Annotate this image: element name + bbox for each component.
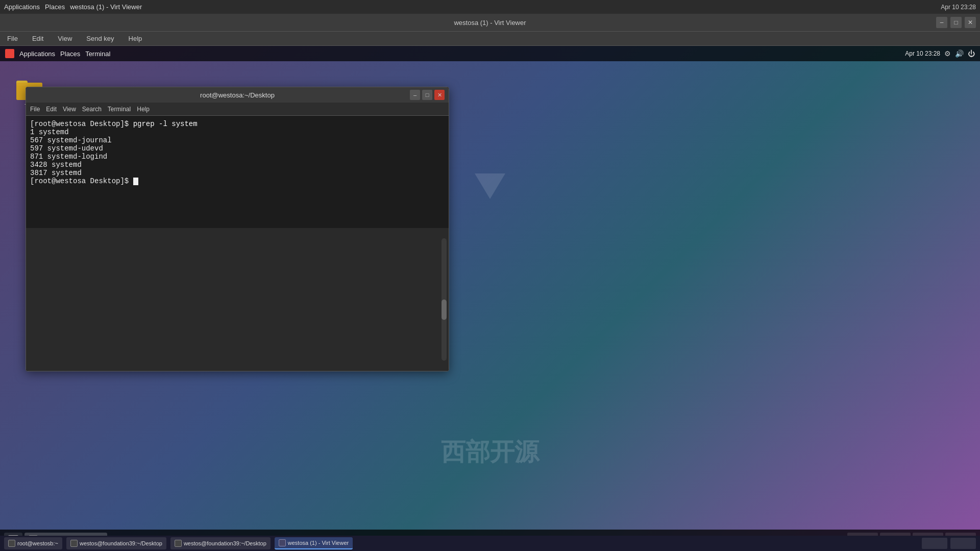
terminal-edit-menu[interactable]: Edit xyxy=(46,106,57,113)
terminal-maximize-button[interactable]: □ xyxy=(422,90,432,100)
terminal-window-controls: – □ ✕ xyxy=(410,90,445,100)
terminal-body[interactable]: [root@westosa Desktop]$ pgrep -l system … xyxy=(26,116,449,228)
terminal-window: root@westosa:~/Desktop – □ ✕ File Edit V… xyxy=(26,87,449,371)
host-taskbar: root@westosb:~ westos@foundation39:~/Des… xyxy=(0,536,980,551)
vm-places-menu[interactable]: Places xyxy=(60,50,80,58)
window-controls: – □ ✕ xyxy=(936,17,976,28)
host-taskbar-btn-2[interactable]: westos@foundation39:~/Desktop xyxy=(66,537,166,549)
terminal-line-1: [root@westosa Desktop]$ pgrep -l system xyxy=(30,120,445,128)
vm-panel-left: Applications Places Terminal xyxy=(5,49,110,58)
terminal-search-menu[interactable]: Search xyxy=(82,106,102,113)
terminal-line-5: 871 systemd-logind xyxy=(30,153,445,161)
terminal-scrollbar[interactable] xyxy=(442,238,447,361)
terminal-line-6: 3428 systemd xyxy=(30,161,445,169)
vm-panel: Applications Places Terminal Apr 10 23:2… xyxy=(0,46,980,61)
send-key-menu[interactable]: Send key xyxy=(83,34,117,43)
vm-panel-datetime: Apr 10 23:28 xyxy=(905,50,940,57)
vm-desktop: Applications Places Terminal Apr 10 23:2… xyxy=(0,46,980,551)
help-menu[interactable]: Help xyxy=(126,34,145,43)
host-task-box-1 xyxy=(922,538,947,549)
view-menu[interactable]: View xyxy=(55,34,75,43)
vm-apps-icon xyxy=(5,49,14,58)
host-taskbar-btn-1[interactable]: root@westosb:~ xyxy=(4,537,62,549)
host-topbar-datetime: Apr 10 23:28 xyxy=(941,4,976,11)
terminal-cursor xyxy=(133,178,138,185)
host-taskbar-icon-1 xyxy=(8,540,15,547)
power-icon[interactable]: ⏻ xyxy=(968,49,975,58)
terminal-line-4: 597 systemd-udevd xyxy=(30,144,445,153)
applications-menu[interactable]: Applications xyxy=(4,3,40,11)
host-topbar: Applications Places westosa (1) - Virt V… xyxy=(0,0,980,14)
file-menu[interactable]: File xyxy=(4,34,21,43)
vm-panel-right: Apr 10 23:28 ⚙ 🔊 ⏻ xyxy=(905,49,975,58)
virt-viewer-titlebar: westosa (1) - Virt Viewer – □ ✕ xyxy=(0,14,980,32)
vm-applications-menu[interactable]: Applications xyxy=(19,50,55,58)
volume-icon[interactable]: 🔊 xyxy=(955,49,964,58)
virt-viewer-title: westosa (1) - Virt Viewer xyxy=(454,19,526,27)
vm-desktop-content: Tr... 西部开源 root@westosa:~/Desktop – □ ✕ … xyxy=(0,61,980,530)
host-taskbar-btn-3[interactable]: westos@foundation39:~/Desktop xyxy=(170,537,271,549)
host-taskbar-label-1: root@westosb:~ xyxy=(17,540,58,546)
host-taskbar-icon-4 xyxy=(279,539,286,546)
host-taskbar-btn-4[interactable]: westosa (1) - Virt Viewer xyxy=(275,537,353,549)
terminal-line-8: [root@westosa Desktop]$ xyxy=(30,177,445,185)
places-menu[interactable]: Places xyxy=(45,3,65,11)
vm-terminal-menu[interactable]: Terminal xyxy=(85,50,110,58)
virt-viewer-window: westosa (1) - Virt Viewer – □ ✕ File Edi… xyxy=(0,14,980,551)
terminal-line-3: 567 systemd-journal xyxy=(30,136,445,144)
terminal-line-7: 3817 systemd xyxy=(30,169,445,177)
terminal-line-2: 1 systemd xyxy=(30,128,445,136)
terminal-menubar: File Edit View Search Terminal Help xyxy=(26,103,449,116)
terminal-title: root@westosa:~/Desktop xyxy=(200,91,275,99)
terminal-close-button[interactable]: ✕ xyxy=(434,90,445,100)
host-taskbar-icon-2 xyxy=(70,540,78,547)
watermark-text: 西部开源 xyxy=(441,436,539,468)
host-taskbar-right xyxy=(922,538,976,549)
watermark-arrow xyxy=(475,173,505,199)
host-taskbar-label-3: westos@foundation39:~/Desktop xyxy=(184,540,266,546)
host-task-box-2 xyxy=(950,538,976,549)
host-taskbar-label-4: westosa (1) - Virt Viewer xyxy=(288,540,349,546)
maximize-button[interactable]: □ xyxy=(950,17,962,28)
terminal-view-menu[interactable]: View xyxy=(63,106,76,113)
edit-menu[interactable]: Edit xyxy=(29,34,46,43)
terminal-scrollbar-thumb[interactable] xyxy=(442,299,447,320)
settings-icon[interactable]: ⚙ xyxy=(944,49,951,58)
terminal-minimize-button[interactable]: – xyxy=(410,90,420,100)
terminal-file-menu[interactable]: File xyxy=(30,106,40,113)
minimize-button[interactable]: – xyxy=(936,17,947,28)
host-topbar-left: Applications Places westosa (1) - Virt V… xyxy=(4,3,142,11)
terminal-titlebar: root@westosa:~/Desktop – □ ✕ xyxy=(26,87,449,103)
virt-viewer-menubar: File Edit View Send key Help xyxy=(0,32,980,46)
terminal-dark-area xyxy=(26,228,449,371)
terminal-help-menu[interactable]: Help xyxy=(137,106,150,113)
window-title-topbar: westosa (1) - Virt Viewer xyxy=(70,3,142,11)
host-taskbar-icon-3 xyxy=(175,540,182,547)
terminal-terminal-menu[interactable]: Terminal xyxy=(108,106,131,113)
host-taskbar-label-2: westos@foundation39:~/Desktop xyxy=(80,540,162,546)
close-button[interactable]: ✕ xyxy=(965,17,976,28)
